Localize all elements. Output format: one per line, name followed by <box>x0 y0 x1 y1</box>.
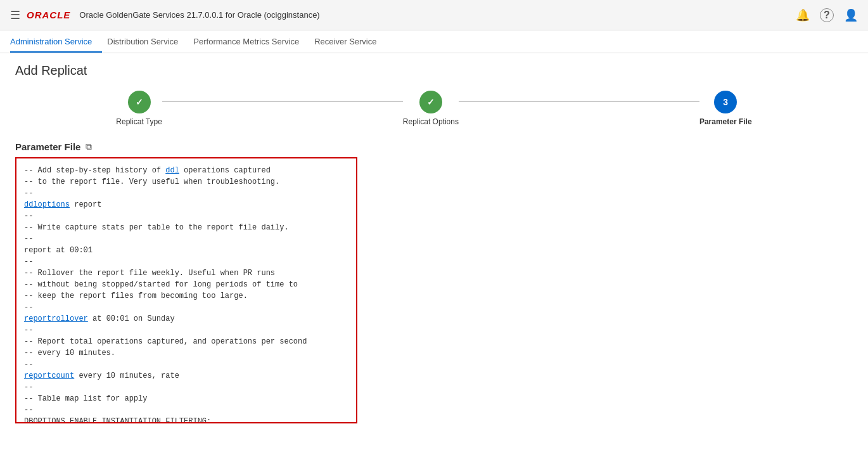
code-line-1: -- Add step-by-step history of ddl opera… <box>24 165 348 176</box>
header-left: ☰ ORACLE Oracle GoldenGate Services 21.7… <box>10 8 320 22</box>
help-icon[interactable]: ? <box>820 8 834 22</box>
code-line-6: -- Write capture stats per table to the … <box>24 222 348 233</box>
step2-circle: ✓ <box>419 91 442 113</box>
code-line-4: ddloptions report <box>24 199 348 210</box>
code-line-13: -- <box>24 302 348 313</box>
code-line-16: -- Report total operations captured, and… <box>24 336 348 347</box>
hamburger-menu-icon[interactable]: ☰ <box>10 8 20 22</box>
copy-icon[interactable]: ⧉ <box>86 141 92 152</box>
step-connector-2 <box>459 101 699 102</box>
step2-label: Replicat Options <box>403 117 459 126</box>
code-line-5: -- <box>24 210 348 222</box>
stepper: ✓ Replicat Type ✓ Replicat Options 3 Par… <box>15 91 853 126</box>
step3-label: Parameter File <box>699 117 752 126</box>
user-icon[interactable]: 👤 <box>844 8 858 22</box>
code-line-3: -- <box>24 188 348 199</box>
code-line-23: DBOPTIONS ENABLE_INSTANTIATION_FILTERING… <box>24 416 348 423</box>
notifications-icon[interactable]: 🔔 <box>796 8 810 22</box>
tab-receiver-service[interactable]: Receiver Service <box>314 32 386 53</box>
parameter-file-editor[interactable]: -- Add step-by-step history of ddl opera… <box>15 157 357 423</box>
code-line-19: reportcount every 10 minutes, rate <box>24 370 348 382</box>
step-connector-1 <box>162 101 403 102</box>
code-line-7: -- <box>24 233 348 245</box>
code-line-20: -- <box>24 382 348 393</box>
app-title: Oracle GoldenGate Services 21.7.0.0.1 fo… <box>79 10 319 20</box>
tab-performance-metrics-service[interactable]: Performance Metrics Service <box>193 32 309 53</box>
nav-tabs: Administration Service Distribution Serv… <box>0 30 868 53</box>
code-editor-container: -- Add step-by-step history of ddl opera… <box>15 157 357 423</box>
code-line-12: -- keep the report files from becoming t… <box>24 290 348 302</box>
main-content: Add Replicat ✓ Replicat Type ✓ Replicat … <box>0 53 868 464</box>
code-line-22: -- <box>24 404 348 416</box>
step1-label: Replicat Type <box>116 117 162 126</box>
oracle-logo: ORACLE <box>27 10 70 20</box>
code-line-2: -- to the report file. Very useful when … <box>24 176 348 188</box>
step-replicat-options: ✓ Replicat Options <box>403 91 459 126</box>
step-parameter-file: 3 Parameter File <box>699 91 752 126</box>
code-line-17: -- every 10 minutes. <box>24 347 348 359</box>
parameter-file-section-header: Parameter File ⧉ <box>15 141 853 152</box>
header-icons: 🔔 ? 👤 <box>796 8 858 22</box>
step1-circle: ✓ <box>128 91 151 113</box>
code-line-14: reportrollover at 00:01 on Sunday <box>24 313 348 325</box>
header: ☰ ORACLE Oracle GoldenGate Services 21.7… <box>0 0 868 30</box>
page-title: Add Replicat <box>15 63 853 78</box>
parameter-file-title: Parameter File <box>15 141 80 152</box>
tab-distribution-service[interactable]: Distribution Service <box>107 32 188 53</box>
code-line-15: -- <box>24 325 348 336</box>
tab-administration-service[interactable]: Administration Service <box>10 32 102 53</box>
code-line-11: -- without being stopped/started for lon… <box>24 279 348 290</box>
code-line-21: -- Table map list for apply <box>24 393 348 404</box>
code-line-18: -- <box>24 359 348 370</box>
step3-circle: 3 <box>714 91 737 113</box>
code-line-8: report at 00:01 <box>24 245 348 256</box>
code-line-9: -- <box>24 256 348 267</box>
code-line-10: -- Rollover the report file weekly. Usef… <box>24 267 348 279</box>
step-replicat-type: ✓ Replicat Type <box>116 91 162 126</box>
